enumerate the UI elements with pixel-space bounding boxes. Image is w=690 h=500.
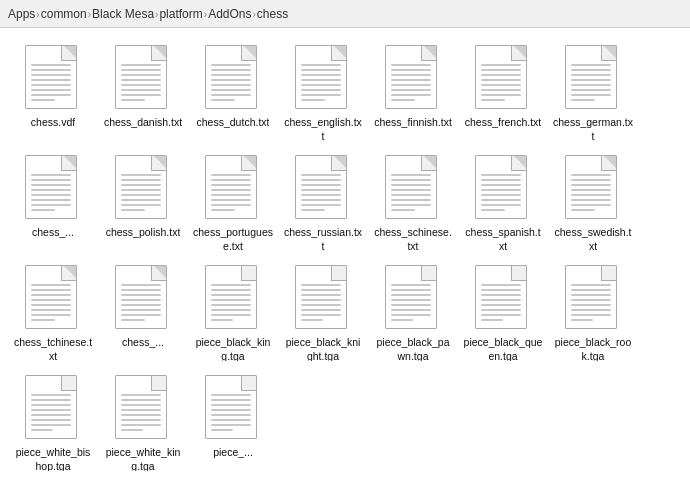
breadcrumb-item[interactable]: AddOns [208, 7, 251, 21]
file-item[interactable]: chess_danish.txt [98, 36, 188, 146]
file-icon [205, 265, 261, 333]
file-icon [205, 155, 261, 223]
address-bar: Apps›common›Black Mesa›platform›AddOns›c… [0, 0, 690, 28]
file-item[interactable]: chess_... [98, 256, 188, 366]
file-icon [295, 45, 351, 113]
file-name: chess_schinese.txt [373, 226, 453, 251]
file-item[interactable]: piece_... [188, 366, 278, 476]
file-name: chess_english.txt [283, 116, 363, 141]
breadcrumb-separator: › [88, 9, 91, 20]
file-item[interactable]: chess.vdf [8, 36, 98, 146]
file-name: chess_russian.txt [283, 226, 363, 251]
file-icon [25, 45, 81, 113]
file-item[interactable]: piece_white_king.tga [98, 366, 188, 476]
file-item[interactable]: chess_swedish.txt [548, 146, 638, 256]
file-item[interactable]: chess_polish.txt [98, 146, 188, 256]
breadcrumb-item[interactable]: common [41, 7, 87, 21]
file-name: chess_... [122, 336, 164, 350]
breadcrumb-item[interactable]: Black Mesa [92, 7, 154, 21]
breadcrumb-separator: › [204, 9, 207, 20]
file-icon [295, 265, 351, 333]
file-item[interactable]: chess_portuguese.txt [188, 146, 278, 256]
file-name: chess_danish.txt [104, 116, 182, 130]
file-name: chess_finnish.txt [374, 116, 452, 130]
breadcrumb-separator: › [253, 9, 256, 20]
file-icon [205, 375, 261, 443]
file-icon [565, 265, 621, 333]
file-item[interactable]: chess_french.txt [458, 36, 548, 146]
breadcrumb-separator: › [36, 9, 39, 20]
breadcrumb-separator: › [155, 9, 158, 20]
file-item[interactable]: chess_... [8, 146, 98, 256]
file-icon [295, 155, 351, 223]
file-name: chess_swedish.txt [553, 226, 633, 251]
file-item[interactable]: piece_black_king.tga [188, 256, 278, 366]
file-name: piece_black_rook.tga [553, 336, 633, 361]
file-name: chess_german.txt [553, 116, 633, 141]
file-item[interactable]: chess_schinese.txt [368, 146, 458, 256]
file-icon [385, 265, 441, 333]
file-icon [115, 155, 171, 223]
file-icon [385, 45, 441, 113]
file-name: chess_polish.txt [106, 226, 181, 240]
file-item[interactable]: chess_finnish.txt [368, 36, 458, 146]
file-icon [385, 155, 441, 223]
file-icon [475, 45, 531, 113]
file-name: piece_black_knight.tga [283, 336, 363, 361]
file-icon [565, 45, 621, 113]
file-item[interactable]: piece_black_knight.tga [278, 256, 368, 366]
file-icon [25, 265, 81, 333]
file-name: chess_... [32, 226, 74, 240]
file-item[interactable]: chess_tchinese.txt [8, 256, 98, 366]
breadcrumb-item[interactable]: chess [257, 7, 288, 21]
file-item[interactable]: chess_spanish.txt [458, 146, 548, 256]
breadcrumb-item[interactable]: Apps [8, 7, 35, 21]
file-item[interactable]: piece_white_bishop.tga [8, 366, 98, 476]
file-item[interactable]: chess_dutch.txt [188, 36, 278, 146]
file-name: piece_white_king.tga [103, 446, 183, 471]
file-name: chess_french.txt [465, 116, 541, 130]
file-item[interactable]: chess_russian.txt [278, 146, 368, 256]
file-name: piece_black_pawn.tga [373, 336, 453, 361]
file-grid: chess.vdfchess_danish.txtchess_dutch.txt… [0, 28, 690, 484]
file-name: chess.vdf [31, 116, 75, 130]
breadcrumb-item[interactable]: platform [159, 7, 202, 21]
file-name: piece_... [213, 446, 253, 460]
file-item[interactable]: chess_english.txt [278, 36, 368, 146]
file-icon [115, 265, 171, 333]
file-icon [115, 45, 171, 113]
file-name: piece_black_queen.tga [463, 336, 543, 361]
file-item[interactable]: piece_black_rook.tga [548, 256, 638, 366]
file-name: chess_spanish.txt [463, 226, 543, 251]
file-item[interactable]: piece_black_pawn.tga [368, 256, 458, 366]
file-icon [565, 155, 621, 223]
file-name: chess_dutch.txt [197, 116, 270, 130]
file-icon [25, 375, 81, 443]
file-grid-container: chess.vdfchess_danish.txtchess_dutch.txt… [0, 28, 690, 500]
file-name: piece_white_bishop.tga [13, 446, 93, 471]
file-icon [475, 155, 531, 223]
file-item[interactable]: chess_german.txt [548, 36, 638, 146]
file-icon [205, 45, 261, 113]
file-name: chess_portuguese.txt [193, 226, 273, 251]
file-name: piece_black_king.tga [193, 336, 273, 361]
file-name: chess_tchinese.txt [13, 336, 93, 361]
file-item[interactable]: piece_black_queen.tga [458, 256, 548, 366]
file-icon [115, 375, 171, 443]
file-icon [25, 155, 81, 223]
file-icon [475, 265, 531, 333]
